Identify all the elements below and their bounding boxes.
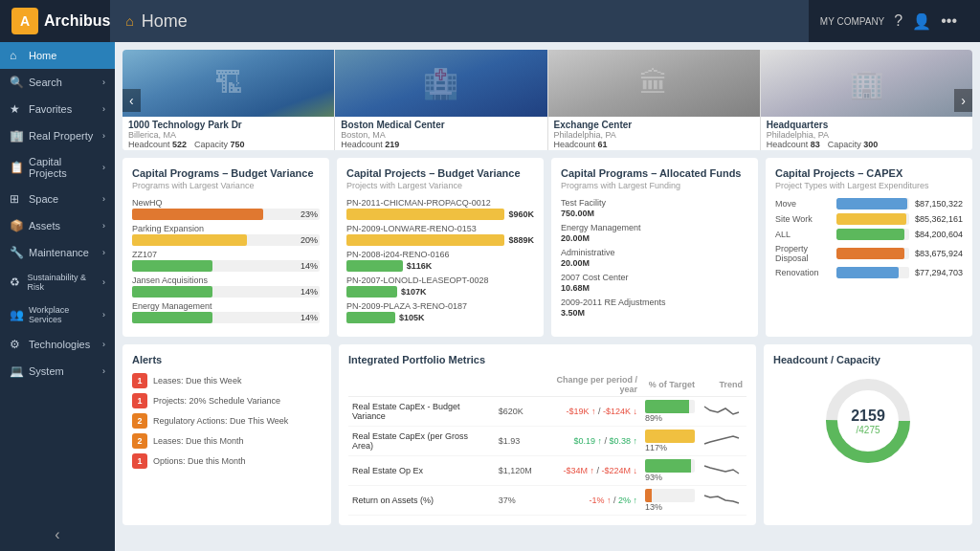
- sidebar-item-sustainability[interactable]: ♻ Sustainability & Risk ›: [0, 266, 115, 298]
- workplace-icon: 👥: [10, 308, 23, 321]
- proj-row-4: PN-2007-LONOLD-LEASEOPT-0028 $107K: [346, 276, 534, 298]
- metrics-trend-2: [699, 427, 746, 456]
- top-nav-right: MY COMPANY ? 👤 •••: [809, 12, 969, 31]
- metrics-change-1: -$19K ↑ / -$124K ↓: [536, 397, 641, 427]
- metrics-bar-fill-2: [645, 430, 695, 443]
- sidebar-item-system[interactable]: 💻 System ›: [0, 358, 115, 385]
- technologies-icon: ⚙: [10, 338, 23, 351]
- app-name: Archibus: [44, 12, 110, 30]
- metrics-change-4: -1% ↑ / 2% ↑: [536, 486, 641, 516]
- sidebar-label-capital-projects: Capital Projects: [29, 156, 97, 179]
- metrics-row-1: Real Estate CapEx - Budget Variance $620…: [348, 397, 746, 427]
- sidebar-item-favorites[interactable]: ★ Favorites ›: [0, 96, 115, 122]
- alert-text-4: Leases: Due this Month: [153, 436, 244, 446]
- budget-bar-4: 14%: [132, 286, 320, 298]
- donut-container: 2159 /4275: [820, 373, 916, 469]
- card-title-4: Headquarters: [767, 120, 967, 130]
- logo-icon: A: [11, 8, 38, 34]
- metrics-col-label: [348, 373, 495, 397]
- sidebar-item-maintenance[interactable]: 🔧 Maintenance ›: [0, 239, 115, 266]
- capex-bar-wrap-2: [836, 213, 909, 225]
- main-content: ‹ 🏗 1000 Technology Park Dr Billerica, M…: [115, 42, 980, 551]
- capex-bar-wrap-3: [836, 229, 909, 240]
- donut-center: 2159 /4275: [851, 408, 885, 435]
- fund-val-4: 10.68M: [561, 283, 748, 293]
- card-headcount-2: Headcount 219: [341, 140, 399, 149]
- carousel-prev-button[interactable]: ‹: [122, 89, 141, 112]
- metrics-col-value: [495, 373, 536, 397]
- arrow-icon: ›: [102, 194, 105, 204]
- metrics-title: Integrated Portfolio Metrics: [348, 354, 746, 365]
- proj-id-2: PN-2009-LONWARE-RENO-0153: [346, 224, 534, 233]
- sidebar-item-capital-projects[interactable]: 📋 Capital Projects ›: [0, 149, 115, 186]
- proj-id-3: PN-2008-i204-RENO-0166: [346, 250, 534, 259]
- cap-proj-budget-title: Capital Projects – Budget Variance: [346, 167, 534, 179]
- carousel-next-button[interactable]: ›: [954, 89, 972, 112]
- sidebar-collapse-button[interactable]: ‹: [0, 518, 115, 551]
- sidebar-label-sustainability: Sustainability & Risk: [27, 273, 97, 292]
- sidebar-item-real-property[interactable]: 🏢 Real Property ›: [0, 122, 115, 149]
- budget-pct-1: 23%: [301, 209, 318, 219]
- fund-row-2: Energy Management 20.00M: [561, 223, 748, 243]
- card-stats-4: Headcount 83 Capacity 300: [767, 140, 967, 149]
- budget-bar-fill-4: [132, 286, 212, 298]
- fund-label-2: Energy Management: [561, 223, 748, 232]
- metrics-col-trend: Trend: [699, 373, 746, 397]
- capex-row-3: ALL $84,200,604: [775, 229, 963, 240]
- capex-bar-fill-2: [836, 213, 906, 225]
- proj-bar-row-4: $107K: [346, 286, 534, 298]
- card-headcount-4: Headcount 83: [767, 140, 820, 149]
- app-body: ⌂ Home 🔍 Search › ★ Favorites › 🏢 Real P…: [0, 42, 980, 551]
- alert-badge-4: 2: [132, 433, 147, 449]
- metrics-bar-fill-3: [645, 459, 691, 473]
- alert-badge-5: 1: [132, 453, 147, 469]
- sidebar-item-home[interactable]: ⌂ Home: [0, 42, 115, 69]
- card-image-2: 🏥: [335, 50, 546, 117]
- budget-row-4: Jansen Acquisitions 14%: [132, 276, 320, 298]
- card-capacity-4: Capacity 300: [828, 140, 879, 149]
- arrow-icon: ›: [102, 77, 105, 87]
- proj-val-2: $889K: [508, 235, 534, 245]
- capex-val-5: $77,294,703: [915, 268, 963, 277]
- carousel-cards: 🏗 1000 Technology Park Dr Billerica, MA …: [122, 50, 972, 150]
- trend-chart-1: [702, 403, 741, 418]
- metrics-label-3: Real Estate Op Ex: [348, 456, 495, 486]
- metrics-row-4: Return on Assets (%) 37% -1% ↑ / 2% ↑ 13…: [348, 486, 746, 516]
- fund-val-1: 750.00M: [561, 209, 748, 218]
- budget-pct-4: 14%: [301, 287, 318, 297]
- capital-projects-capex-card: Capital Projects – CAPEX Project Types w…: [766, 158, 972, 337]
- capex-bar-fill-3: [836, 229, 904, 240]
- sidebar-item-assets[interactable]: 📦 Assets ›: [0, 212, 115, 239]
- app-logo: A Archibus: [11, 8, 110, 34]
- card-subtitle-2: Boston, MA: [341, 130, 541, 140]
- fund-row-3: Administrative 20.00M: [561, 248, 748, 268]
- capex-label-4: Property Disposal: [775, 244, 833, 263]
- budget-label-3: ZZ107: [132, 250, 320, 259]
- bottom-grid: Alerts 1 Leases: Due this Week 1 Project…: [122, 344, 972, 525]
- capex-val-1: $87,150,322: [915, 199, 963, 209]
- sidebar-item-workplace[interactable]: 👥 Workplace Services ›: [0, 298, 115, 331]
- alert-text-5: Options: Due this Month: [153, 456, 246, 466]
- budget-label-2: Parking Expansion: [132, 224, 320, 233]
- sidebar-label-system: System: [29, 365, 64, 377]
- proj-id-4: PN-2007-LONOLD-LEASEOPT-0028: [346, 276, 534, 285]
- metrics-value-1: $620K: [495, 397, 536, 427]
- budget-bar-fill-1: [132, 209, 263, 220]
- sidebar-label-home: Home: [29, 50, 56, 61]
- capex-bar-fill-4: [836, 248, 904, 259]
- sidebar-item-technologies[interactable]: ⚙ Technologies ›: [0, 331, 115, 358]
- headcount-card: Headcount / Capacity 2159 /4275: [764, 344, 972, 525]
- help-button[interactable]: ?: [894, 12, 902, 30]
- sidebar-label-favorites: Favorites: [29, 103, 72, 115]
- headcount-title: Headcount / Capacity: [773, 354, 880, 365]
- user-button[interactable]: 👤: [912, 12, 931, 31]
- cap-prog-budget-subtitle: Programs with Largest Variance: [132, 181, 320, 190]
- budget-pct-2: 20%: [301, 235, 318, 245]
- sidebar-item-space[interactable]: ⊞ Space ›: [0, 186, 115, 212]
- metrics-value-2: $1.93: [495, 427, 536, 456]
- more-button[interactable]: •••: [941, 12, 957, 30]
- arrow-icon: ›: [102, 366, 105, 376]
- capital-programs-budget-card: Capital Programs – Budget Variance Progr…: [122, 158, 329, 337]
- budget-label-5: Energy Management: [132, 301, 320, 311]
- sidebar-item-search[interactable]: 🔍 Search ›: [0, 69, 115, 96]
